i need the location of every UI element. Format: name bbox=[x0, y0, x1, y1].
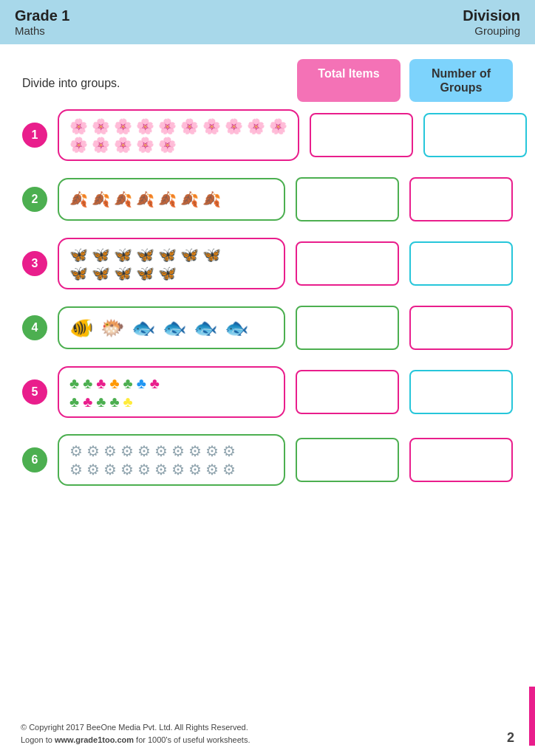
website-text: Logon to www.grade1too.com for 1000's of… bbox=[21, 734, 250, 746]
question-number-badge: 3 bbox=[22, 251, 47, 276]
header-left: Grade 1 Maths bbox=[15, 7, 69, 37]
footer-text: © Copyright 2017 BeeOne Media Pvt. Ltd. … bbox=[21, 721, 250, 746]
number-of-groups-answer[interactable] bbox=[409, 241, 513, 286]
website-link[interactable]: www.grade1too.com bbox=[55, 735, 134, 744]
main-content: Divide into groups. Total Items Number o… bbox=[0, 44, 535, 546]
total-items-header: Total Items bbox=[297, 59, 401, 102]
question-row: 3 🦋🦋🦋 🦋🦋🦋 🦋 🦋🦋🦋 🦋🦋 bbox=[22, 238, 513, 289]
instruction-text: Divide into groups. bbox=[22, 77, 297, 90]
total-items-answer[interactable] bbox=[310, 113, 413, 157]
number-of-groups-answer[interactable] bbox=[409, 306, 513, 350]
page-header: Grade 1 Maths Division Grouping bbox=[0, 0, 535, 44]
total-items-answer[interactable] bbox=[296, 241, 399, 286]
question-row: 2 🍂🍂🍂 🍂🍂🍂 🍂 bbox=[22, 177, 513, 221]
column-headers: Total Items Number ofGroups bbox=[297, 59, 513, 102]
question-row: 6 ⚙ ⚙ ⚙ ⚙ ⚙ ⚙ ⚙ ⚙ ⚙ ⚙ ⚙ ⚙ ⚙ ⚙ ⚙ ⚙ ⚙ bbox=[22, 434, 513, 486]
question-number-badge: 1 bbox=[22, 123, 47, 148]
topic-label: Division bbox=[463, 7, 520, 24]
items-box: 🐠 🐡 🐟 🐟 🐟 🐟 bbox=[58, 306, 285, 349]
header-right: Division Grouping bbox=[463, 7, 520, 37]
number-of-groups-answer[interactable] bbox=[423, 113, 527, 157]
question-number-badge: 5 bbox=[22, 379, 47, 405]
total-items-answer[interactable] bbox=[296, 438, 399, 482]
question-row: 1 🌸🌸🌸 🌸🌸🌸 🌸🌸🌸 🌸 🌸🌸🌸 🌸🌸 bbox=[22, 109, 513, 161]
question-row: 5 ♣ ♣ ♣ ♣ ♣ ♣ ♣ ♣ ♣ ♣ ♣ ♣ bbox=[22, 366, 513, 418]
question-number-badge: 6 bbox=[22, 447, 47, 472]
items-box: 🍂🍂🍂 🍂🍂🍂 🍂 bbox=[58, 178, 285, 221]
question-row: 4 🐠 🐡 🐟 🐟 🐟 🐟 bbox=[22, 306, 513, 350]
question-number-badge: 4 bbox=[22, 315, 47, 340]
items-box: ♣ ♣ ♣ ♣ ♣ ♣ ♣ ♣ ♣ ♣ ♣ ♣ bbox=[58, 366, 285, 418]
items-box: ⚙ ⚙ ⚙ ⚙ ⚙ ⚙ ⚙ ⚙ ⚙ ⚙ ⚙ ⚙ ⚙ ⚙ ⚙ ⚙ ⚙ ⚙ ⚙ bbox=[58, 434, 285, 486]
page-footer: © Copyright 2017 BeeOne Media Pvt. Ltd. … bbox=[0, 721, 535, 746]
number-of-groups-answer[interactable] bbox=[409, 177, 513, 221]
number-of-groups-answer[interactable] bbox=[409, 438, 513, 482]
total-items-answer[interactable] bbox=[296, 177, 399, 221]
number-of-groups-answer[interactable] bbox=[409, 370, 513, 414]
page-number: 2 bbox=[507, 730, 514, 746]
total-items-answer[interactable] bbox=[296, 370, 399, 414]
grade-label: Grade 1 bbox=[15, 7, 69, 24]
question-number-badge: 2 bbox=[22, 187, 47, 212]
items-box: 🦋🦋🦋 🦋🦋🦋 🦋 🦋🦋🦋 🦋🦋 bbox=[58, 238, 285, 289]
number-of-groups-header: Number ofGroups bbox=[409, 59, 513, 102]
total-items-answer[interactable] bbox=[296, 306, 399, 350]
subject-label: Maths bbox=[15, 24, 69, 37]
copyright-text: © Copyright 2017 BeeOne Media Pvt. Ltd. … bbox=[21, 721, 250, 734]
footer-bar-decoration bbox=[529, 687, 535, 746]
subtopic-label: Grouping bbox=[463, 24, 520, 37]
items-box: 🌸🌸🌸 🌸🌸🌸 🌸🌸🌸 🌸 🌸🌸🌸 🌸🌸 bbox=[58, 109, 299, 161]
